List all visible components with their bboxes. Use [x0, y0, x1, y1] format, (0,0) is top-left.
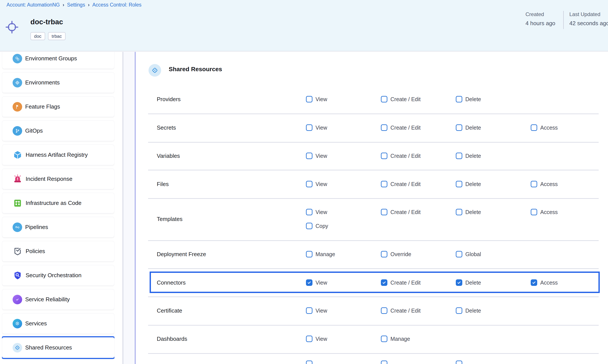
secrets-delete-permission[interactable]: Delete: [456, 124, 481, 131]
secrets-access-checkbox[interactable]: [531, 124, 537, 131]
permission-label: Create / Edit: [390, 181, 421, 187]
certificate-create-edit-checkbox[interactable]: [381, 307, 387, 314]
templates-delete-permission[interactable]: Delete: [456, 209, 481, 215]
policies-icon: [13, 246, 23, 256]
dashboards-manage-permission[interactable]: Manage: [381, 336, 410, 342]
variables-create-edit-permission[interactable]: Create / Edit: [381, 153, 421, 159]
row-divider: [148, 114, 599, 114]
providers-create-edit-checkbox[interactable]: [381, 96, 387, 103]
breadcrumb-link-access-control-roles[interactable]: Access Control: Roles: [92, 2, 141, 8]
connectors-create-edit-checkbox[interactable]: [381, 279, 387, 286]
permission[interactable]: [456, 361, 462, 364]
files-create-edit-checkbox[interactable]: [381, 181, 387, 187]
sidebar-item-label: Security Orchestration: [26, 272, 81, 279]
dashboards-view-checkbox[interactable]: [306, 336, 313, 342]
secrets-create-edit-permission[interactable]: Create / Edit: [381, 124, 421, 131]
templates-copy-permission[interactable]: Copy: [306, 223, 328, 229]
sidebar-item-feature-flags[interactable]: Feature Flags: [2, 96, 114, 117]
sidebar-item-label: Infrastructure as Code: [26, 200, 81, 207]
files-access-checkbox[interactable]: [531, 181, 537, 187]
secrets-create-edit-checkbox[interactable]: [381, 124, 387, 131]
sidebar-item-harness-artifact-registry[interactable]: Harness Artifact Registry: [2, 144, 114, 165]
permission[interactable]: [306, 361, 313, 364]
connectors-access-checkbox[interactable]: [531, 279, 537, 286]
connectors-delete-checkbox[interactable]: [456, 279, 462, 286]
sidebar-item-pipelines[interactable]: Pipelines: [2, 217, 114, 237]
certificate-delete-permission[interactable]: Delete: [456, 307, 481, 314]
templates-create-edit-permission[interactable]: Create / Edit: [381, 209, 421, 215]
templates-view-permission[interactable]: View: [306, 209, 327, 215]
providers-view-checkbox[interactable]: [306, 96, 313, 103]
certificate-view-permission[interactable]: View: [306, 307, 327, 314]
checkbox[interactable]: [381, 361, 387, 364]
secrets-view-checkbox[interactable]: [306, 124, 313, 131]
dashboards-view-permission[interactable]: View: [306, 336, 327, 342]
dashboards-manage-checkbox[interactable]: [381, 336, 387, 342]
secrets-delete-checkbox[interactable]: [456, 124, 462, 131]
resource-row-label-templates: Templates: [157, 216, 183, 222]
certificate-view-checkbox[interactable]: [306, 307, 313, 314]
connectors-view-permission[interactable]: View: [306, 279, 327, 286]
files-delete-permission[interactable]: Delete: [456, 181, 481, 187]
secrets-access-permission[interactable]: Access: [531, 124, 558, 131]
permission-label: Copy: [316, 223, 328, 229]
permission-label: View: [316, 124, 327, 131]
variables-view-checkbox[interactable]: [306, 153, 313, 159]
sidebar-item-gitops[interactable]: GitOps: [2, 120, 114, 141]
providers-view-permission[interactable]: View: [306, 96, 327, 103]
sidebar-item-security-orchestration[interactable]: Security Orchestration: [2, 265, 114, 286]
updated-meta: Last Updated 42 seconds ago: [569, 11, 608, 27]
sidebar-item-infrastructure-as-code[interactable]: Infrastructure as Code: [2, 193, 114, 213]
providers-delete-checkbox[interactable]: [456, 96, 462, 103]
permission-label: Delete: [465, 181, 481, 187]
sidebar-item-policies[interactable]: Policies: [2, 241, 114, 261]
variables-delete-permission[interactable]: Delete: [456, 153, 481, 159]
connectors-view-checkbox[interactable]: [306, 279, 313, 286]
deployment-freeze-manage-permission[interactable]: Manage: [306, 251, 335, 258]
checkbox[interactable]: [456, 361, 462, 364]
templates-copy-checkbox[interactable]: [306, 223, 313, 229]
files-view-permission[interactable]: View: [306, 181, 327, 187]
sidebar-item-environment-groups[interactable]: Environment Groups: [2, 52, 114, 69]
variables-view-permission[interactable]: View: [306, 153, 327, 159]
sidebar-item-environments[interactable]: Environments: [2, 72, 114, 93]
sidebar-item-service-reliability[interactable]: Service Reliability: [2, 289, 114, 310]
sidebar-item-shared-resources[interactable]: Shared Resources: [2, 337, 114, 358]
permission-label: Delete: [465, 279, 481, 286]
templates-access-permission[interactable]: Access: [531, 209, 558, 215]
deployment-freeze-global-checkbox[interactable]: [456, 251, 462, 258]
connectors-access-permission[interactable]: Access: [531, 279, 558, 286]
files-create-edit-permission[interactable]: Create / Edit: [381, 181, 421, 187]
breadcrumb-link-account-automationng[interactable]: Account: AutomationNG: [7, 2, 60, 8]
panel-splitter[interactable]: [123, 52, 135, 364]
connectors-create-edit-permission[interactable]: Create / Edit: [381, 279, 421, 286]
variables-create-edit-checkbox[interactable]: [381, 153, 387, 159]
providers-create-edit-permission[interactable]: Create / Edit: [381, 96, 421, 103]
checkbox[interactable]: [306, 361, 313, 364]
permission-label: View: [316, 153, 327, 159]
secrets-view-permission[interactable]: View: [306, 124, 327, 131]
certificate-create-edit-permission[interactable]: Create / Edit: [381, 307, 421, 314]
templates-create-edit-checkbox[interactable]: [381, 209, 387, 215]
files-delete-checkbox[interactable]: [456, 181, 462, 187]
files-view-checkbox[interactable]: [306, 181, 313, 187]
files-access-permission[interactable]: Access: [531, 181, 558, 187]
variables-delete-checkbox[interactable]: [456, 153, 462, 159]
templates-delete-checkbox[interactable]: [456, 209, 462, 215]
templates-access-checkbox[interactable]: [531, 209, 537, 215]
shared-resources-icon: [151, 67, 158, 74]
templates-view-checkbox[interactable]: [306, 209, 313, 215]
permission[interactable]: [381, 361, 387, 364]
providers-delete-permission[interactable]: Delete: [456, 96, 481, 103]
connectors-delete-permission[interactable]: Delete: [456, 279, 481, 286]
sidebar-item-incident-response[interactable]: Incident Response: [2, 169, 114, 189]
role-crosshair-icon: [5, 20, 19, 35]
breadcrumb-link-settings[interactable]: Settings: [67, 2, 85, 8]
deployment-freeze-manage-checkbox[interactable]: [306, 251, 313, 258]
certificate-delete-checkbox[interactable]: [456, 307, 462, 314]
deployment-freeze-global-permission[interactable]: Global: [456, 251, 481, 258]
deployment-freeze-override-permission[interactable]: Override: [381, 251, 411, 258]
deployment-freeze-override-checkbox[interactable]: [381, 251, 387, 258]
sidebar-item-services[interactable]: Services: [2, 313, 114, 334]
resource-row-label-dashboards: Dashboards: [157, 335, 187, 342]
